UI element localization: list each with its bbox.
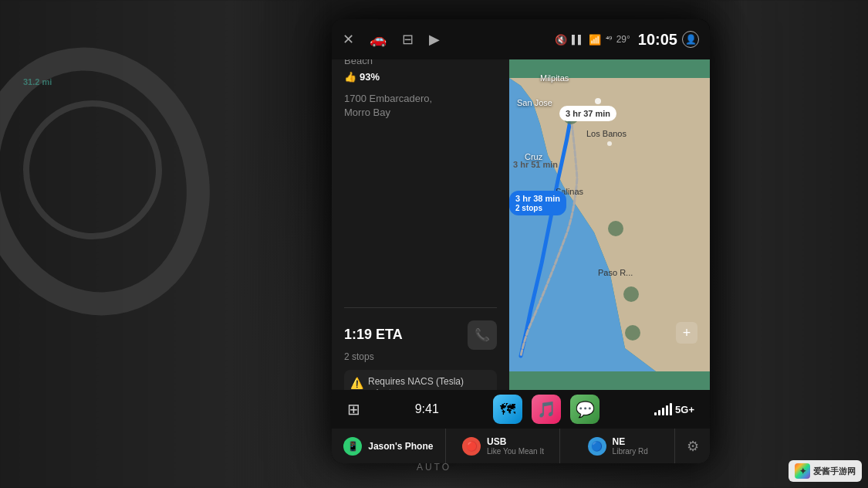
temperature: 29° [616, 34, 630, 45]
ne-source-dot: 🔵 [588, 437, 606, 456]
route-badge-1: 3 hr 37 min [559, 106, 616, 121]
svg-point-7 [625, 325, 640, 341]
ne-source-text: NE Library Rd [613, 436, 648, 456]
usb-source-text: USB Like You Mean It [487, 436, 544, 456]
eta-time: 1:19 ETA [344, 327, 403, 343]
grid-nav-icon[interactable]: ⊟ [402, 31, 414, 48]
route-time-3: 3 hr 38 min [515, 194, 560, 203]
signal-bar-1 [654, 412, 657, 415]
svg-point-2 [607, 141, 612, 146]
bottom-dock: ⊞ 9:41 🗺 🎵 💬 5G+ 📱 [332, 390, 710, 463]
rating-row: 👍 93% [344, 71, 497, 83]
top-bar-right-status: 🔇 ▌▌ 📶 ⁴⁹ 29° 10:05 👤 [555, 31, 699, 49]
phone-source-dot: 📱 [343, 437, 362, 456]
dock-main-row: ⊞ 9:41 🗺 🎵 💬 5G+ [332, 390, 710, 429]
close-icon[interactable]: ✕ [343, 31, 354, 48]
watermark: ✦ 爱酱手游网 [789, 460, 862, 482]
city-label-milpitas: Milpitas [540, 73, 569, 83]
signal-icon: ▌▌ [572, 35, 584, 44]
watermark-logo: ✦ [795, 463, 810, 479]
signal-bar-4 [666, 405, 668, 415]
car-icon[interactable]: 🚗 [370, 31, 387, 48]
messages-app-icon[interactable]: 💬 [570, 395, 599, 424]
settings-icon[interactable]: ⚙ [687, 438, 699, 455]
source-ne[interactable]: 🔵 NE Library Rd [561, 429, 675, 463]
music-app-icon[interactable]: 🎵 [532, 395, 561, 424]
dock-clock: 9:41 [415, 402, 439, 416]
stops-count: 2 stops [344, 351, 497, 362]
address-text: 1700 Embarcadero, Morro Bay [344, 92, 497, 120]
route-time-text-2: 3 hr 51 min [513, 160, 558, 169]
play-icon[interactable]: ▶ [429, 31, 440, 48]
zoom-in-button[interactable]: + [676, 322, 697, 344]
eta-row: 1:19 ETA 📞 [344, 320, 497, 350]
phone-button[interactable]: 📞 [468, 320, 497, 350]
auto-label: AUTO [417, 462, 451, 473]
signal-bar-5 [670, 403, 672, 415]
warning-icon: ⚠️ [350, 377, 363, 389]
dock-apps-row: 🗺 🎵 💬 [493, 395, 599, 424]
signal-strength: 5G+ [654, 403, 694, 415]
source-phone[interactable]: 📱 Jason's Phone [332, 429, 446, 463]
right-dashboard [691, 0, 868, 488]
mute-icon: 🔇 [555, 34, 567, 46]
city-label-pasor: Paso R... [598, 268, 633, 277]
route-time-1: 3 hr 37 min [566, 109, 610, 118]
status-bar: ✕ 🚗 ⊟ ▶ 🔇 ▌▌ 📶 ⁴⁹ 29° 10:05 👤 [332, 19, 710, 59]
cellular-icon: ⁴⁹ [606, 35, 612, 45]
usb-source-label: USB [487, 436, 544, 447]
route-badge-3: 3 hr 38 min 2 stops [509, 191, 566, 215]
svg-point-6 [623, 286, 639, 302]
clock-display: 10:05 [638, 31, 677, 49]
dash-cluster: 31.2 mi [23, 77, 52, 86]
carplay-screen: ✕ 🚗 ⊟ ▶ 🔇 ▌▌ 📶 ⁴⁹ 29° 10:05 👤 [332, 19, 710, 463]
ne-source-sublabel: Library Rd [613, 447, 648, 456]
watermark-text: 爱酱手游网 [813, 466, 856, 477]
home-grid-icon[interactable]: ⊞ [347, 400, 360, 419]
top-bar-left-icons: ✕ 🚗 ⊟ ▶ [343, 31, 440, 48]
user-icon[interactable]: 👤 [682, 31, 699, 48]
rating-percentage: 93% [360, 71, 380, 83]
phone-source-text: Jason's Phone [368, 441, 433, 452]
source-bar: 📱 Jason's Phone 🔴 USB Like You Mean It 🔵… [332, 429, 710, 463]
city-label-losbanos: Los Banos [586, 129, 627, 138]
svg-point-5 [608, 221, 623, 236]
signal-bar-2 [658, 410, 660, 415]
usb-source-sublabel: Like You Mean It [487, 447, 544, 456]
maps-app-icon[interactable]: 🗺 [493, 395, 522, 424]
5g-label: 5G+ [675, 404, 694, 415]
thumbs-up-icon: 👍 [344, 71, 356, 83]
wifi-icon: 📶 [589, 34, 601, 46]
dash-value: 31.2 mi [23, 77, 52, 86]
address-line1: 1700 Embarcadero, [344, 93, 432, 104]
phone-source-label: Jason's Phone [368, 441, 433, 452]
signal-bar-3 [662, 408, 664, 415]
svg-point-1 [595, 98, 601, 104]
source-usb[interactable]: 🔴 USB Like You Mean It [447, 429, 561, 463]
address-line2: Morro Bay [344, 107, 390, 118]
route-stops-3: 2 stops [515, 204, 542, 212]
signal-bars-icon [654, 403, 672, 415]
source-settings[interactable]: ⚙ [676, 429, 710, 463]
city-label-sanjose: San Jose [517, 98, 552, 107]
ne-source-label: NE [613, 436, 648, 447]
usb-source-dot: 🔴 [462, 437, 481, 456]
